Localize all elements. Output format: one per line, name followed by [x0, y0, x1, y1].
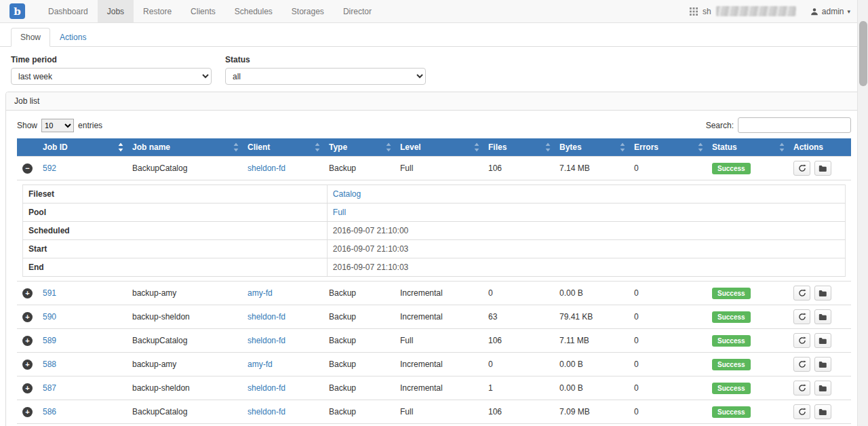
- hostname-redacted: [716, 6, 796, 16]
- errors-cell: 0: [629, 305, 707, 329]
- expand-row-button[interactable]: −: [22, 163, 33, 174]
- client-link[interactable]: sheldon-fd: [248, 383, 285, 393]
- client-link[interactable]: amy-fd: [248, 360, 273, 369]
- sort-icon[interactable]: [698, 143, 703, 152]
- nav-item-clients[interactable]: Clients: [181, 0, 225, 22]
- job-id-link[interactable]: 590: [43, 312, 56, 322]
- column-header-job-name[interactable]: Job name: [127, 138, 242, 157]
- level-cell: Full: [395, 157, 483, 180]
- column-header-files[interactable]: Files: [483, 138, 554, 157]
- level-cell: Incremental: [395, 282, 483, 305]
- column-header-job-id[interactable]: Job ID: [37, 138, 127, 157]
- app-logo[interactable]: b: [9, 3, 25, 19]
- column-header-errors[interactable]: Errors: [629, 138, 707, 157]
- sort-icon[interactable]: [118, 143, 123, 152]
- column-header-level[interactable]: Level: [395, 138, 483, 157]
- job-id-link[interactable]: 586: [43, 407, 56, 417]
- job-detail-section: FilesetCatalogPoolFullScheduled2016-09-0…: [17, 180, 851, 282]
- job-id-link[interactable]: 587: [43, 383, 56, 393]
- restore-job-button[interactable]: [814, 333, 831, 348]
- client-link[interactable]: sheldon-fd: [248, 407, 285, 417]
- detail-value: 2016-09-07 21:10:00: [333, 226, 408, 235]
- grid-icon[interactable]: [690, 7, 698, 16]
- tab-show[interactable]: Show: [11, 28, 50, 47]
- expand-row-button[interactable]: +: [22, 312, 33, 322]
- sort-icon[interactable]: [545, 143, 551, 152]
- expand-row-button[interactable]: +: [22, 288, 33, 298]
- client-link[interactable]: sheldon-fd: [248, 312, 285, 322]
- job-list-panel-body: Show 10 entries Search: Job IDJob nameCl…: [6, 111, 862, 426]
- sort-icon[interactable]: [233, 143, 239, 152]
- expand-row-button[interactable]: +: [22, 407, 33, 417]
- rerun-job-button[interactable]: [793, 357, 810, 372]
- restore-job-button[interactable]: [814, 381, 831, 395]
- nav-item-director[interactable]: Director: [334, 0, 381, 22]
- detail-row: Start2016-09-07 21:10:03: [23, 240, 846, 258]
- column-header-type[interactable]: Type: [323, 138, 395, 157]
- rerun-job-button[interactable]: [793, 309, 810, 324]
- sort-icon[interactable]: [315, 143, 320, 152]
- tab-actions[interactable]: Actions: [50, 28, 96, 47]
- search-label: Search:: [706, 121, 734, 130]
- column-header-bytes[interactable]: Bytes: [554, 138, 629, 157]
- expand-row-button[interactable]: +: [22, 336, 33, 346]
- detail-label: Start: [23, 240, 328, 258]
- nav-item-storages[interactable]: Storages: [282, 0, 334, 22]
- restore-job-button[interactable]: [814, 404, 831, 419]
- nav-item-dashboard[interactable]: Dashboard: [39, 0, 98, 22]
- status-badge: Success: [712, 311, 751, 323]
- job-id-link[interactable]: 592: [43, 163, 56, 173]
- nav-item-schedules[interactable]: Schedules: [225, 0, 282, 22]
- status-badge: Success: [712, 288, 751, 299]
- job-row: + 589 BackupCatalog sheldon-fd Backup Fu…: [17, 329, 851, 353]
- nav-item-restore[interactable]: Restore: [134, 0, 181, 22]
- job-name-cell: backup-amy: [127, 353, 242, 376]
- errors-cell: 0: [629, 424, 707, 426]
- time-period-filter: Time period last week: [11, 55, 212, 85]
- sort-icon[interactable]: [386, 143, 391, 152]
- rerun-job-button[interactable]: [793, 286, 810, 301]
- scrollbar-thumb[interactable]: [859, 21, 867, 86]
- client-link[interactable]: amy-fd: [248, 288, 273, 298]
- time-period-label: Time period: [11, 55, 212, 64]
- rerun-job-button[interactable]: [793, 404, 810, 419]
- expand-row-button[interactable]: +: [22, 360, 33, 370]
- client-link[interactable]: sheldon-fd: [248, 336, 285, 345]
- restore-job-button[interactable]: [814, 161, 831, 176]
- detail-value[interactable]: Catalog: [333, 189, 361, 199]
- search-input[interactable]: [738, 117, 851, 133]
- restore-job-button[interactable]: [814, 357, 831, 372]
- entries-per-page-control: Show 10 entries: [17, 119, 102, 132]
- top-navbar: b DashboardJobsRestoreClientsSchedulesSt…: [0, 0, 868, 23]
- sort-icon[interactable]: [474, 143, 479, 152]
- page-scrollbar[interactable]: [857, 0, 868, 426]
- status-select[interactable]: all: [225, 68, 426, 85]
- nav-item-jobs[interactable]: Jobs: [98, 0, 134, 22]
- user-menu[interactable]: admin ▾: [810, 7, 850, 16]
- job-id-link[interactable]: 591: [43, 288, 56, 298]
- rerun-job-button[interactable]: [793, 381, 810, 395]
- column-header-client[interactable]: Client: [242, 138, 323, 157]
- restore-job-button[interactable]: [814, 309, 831, 324]
- job-id-link[interactable]: 588: [43, 360, 56, 369]
- client-link[interactable]: sheldon-fd: [248, 163, 285, 173]
- sort-icon[interactable]: [779, 143, 785, 152]
- job-id-link[interactable]: 589: [43, 336, 56, 345]
- errors-cell: 0: [629, 282, 707, 305]
- column-header-actions[interactable]: Actions: [788, 138, 851, 157]
- time-period-select[interactable]: last week: [11, 68, 212, 85]
- detail-value[interactable]: Full: [333, 208, 346, 217]
- restore-job-button[interactable]: [814, 286, 831, 301]
- expand-row-button[interactable]: +: [22, 383, 33, 393]
- detail-row: Scheduled2016-09-07 21:10:00: [23, 222, 846, 240]
- rerun-job-button[interactable]: [793, 333, 810, 348]
- job-name-cell: BackupCatalog: [127, 157, 242, 180]
- bytes-cell: 0.00 B: [554, 376, 629, 400]
- level-cell: Incremental: [395, 376, 483, 400]
- column-header-status[interactable]: Status: [707, 138, 788, 157]
- rerun-job-button[interactable]: [793, 161, 810, 176]
- job-name-cell: backup-amy: [127, 282, 242, 305]
- sort-icon[interactable]: [620, 143, 625, 152]
- entries-select[interactable]: 10: [41, 119, 74, 132]
- bytes-cell: 0.00 B: [554, 282, 629, 305]
